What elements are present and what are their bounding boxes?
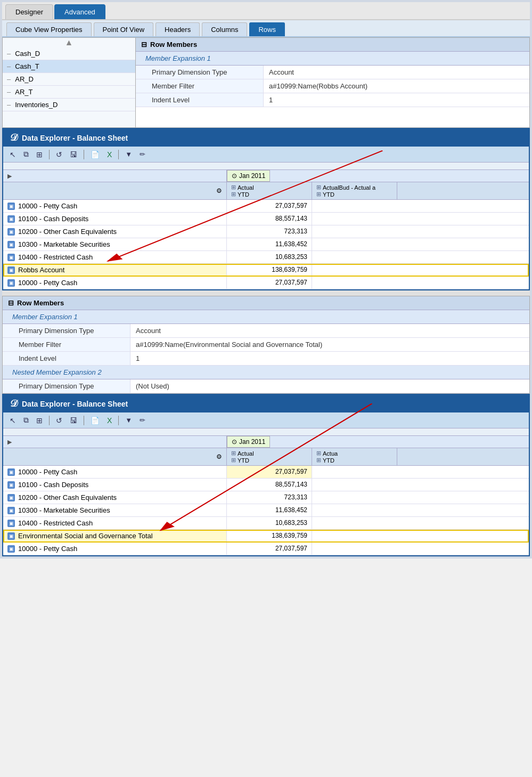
prop-row-indent-1: Indent Level 1: [136, 93, 529, 107]
toolbar-doc-2[interactable]: 📄: [88, 415, 102, 426]
explorer-1-toolbar: ↖ ⧉ ⊞ ↺ 🖫 📄 X ▼ ✏: [3, 147, 529, 163]
robbs-account-row[interactable]: ▣ Robbs Account 138,639,759: [3, 264, 529, 277]
top-tab-bar: Designer Advanced: [2, 2, 530, 20]
left-item-ar-d[interactable]: – AR_D: [3, 73, 135, 86]
tab-point-of-view[interactable]: Point Of View: [94, 22, 154, 36]
toolbar-sep-1b: [84, 150, 84, 159]
grid-month-row-1: ▶ ⊙ Jan 2011: [3, 170, 529, 182]
table-row[interactable]: ▣ 10200 - Other Cash Equivalents 723,313: [3, 225, 529, 238]
settings-icon-2: ⚙: [216, 453, 222, 460]
table-row[interactable]: ▣ 10300 - Marketable Securities 11,638,4…: [3, 238, 529, 251]
table-row[interactable]: ▣ 10200 - Other Cash Equivalents 723,313: [3, 491, 529, 504]
table-row[interactable]: ▣ 10100 - Cash Deposits 88,557,143: [3, 213, 529, 225]
row-icon: ▣: [7, 507, 15, 514]
cursor-icon-2: ▶: [7, 439, 12, 445]
clock-icon-1: ⊙: [232, 172, 237, 180]
tab-columns[interactable]: Columns: [202, 22, 247, 36]
prop-row-member-filter-1: Member Filter a#10999:Name(Robbs Account…: [136, 79, 529, 93]
toolbar-excel-2[interactable]: X: [105, 415, 114, 426]
explorer-1: 𝒟 Data Explorer - Balance Sheet ↖ ⧉ ⊞ ↺ …: [2, 128, 530, 290]
col-actual-2: ⊞ Actual ⊞ YTD: [227, 448, 312, 465]
cell-value: 138,639,759: [227, 530, 312, 542]
toolbar-sep-2c: [118, 416, 119, 425]
toolbar-grid-1[interactable]: ⊞: [34, 149, 45, 160]
toolbar-undo-2[interactable]: ↺: [54, 415, 64, 426]
left-item-inventories-d[interactable]: – Inventories_D: [3, 99, 135, 111]
left-item-ar-t[interactable]: – AR_T: [3, 86, 135, 99]
table-row[interactable]: ▣ 10300 - Marketable Securities 11,638,4…: [3, 504, 529, 517]
prop-row-member-filter-2: Member Filter a#10999:Name(Environmental…: [3, 338, 529, 352]
prop-row-primary-dim-1: Primary Dimension Type Account: [136, 66, 529, 79]
row-icon: ▣: [7, 532, 15, 540]
toolbar-pointer-1[interactable]: ↖: [7, 149, 18, 160]
col-actual-1: ⊞ Actual ⊞ YTD: [227, 182, 312, 199]
cell-value: 88,557,143: [227, 479, 312, 491]
toolbar-pointer-2[interactable]: ↖: [7, 415, 18, 426]
left-item-cash-d[interactable]: – Cash_D: [3, 47, 135, 60]
table-row[interactable]: ▣ 10000 - Petty Cash 27,037,597: [3, 200, 529, 213]
ytd-actual-1: ⊞ YTD: [231, 191, 249, 198]
tab-headers[interactable]: Headers: [155, 22, 200, 36]
explorer-2: 𝒟 Data Explorer - Balance Sheet ↖ ⧉ ⊞ ↺ …: [2, 394, 530, 556]
toolbar-undo-1[interactable]: ↺: [54, 149, 64, 160]
tab-designer[interactable]: Designer: [5, 4, 53, 19]
member-expansion-2-label: Member Expansion 1: [3, 310, 529, 324]
row-icon: ▣: [7, 228, 15, 236]
toolbar-pencil-2[interactable]: ✏: [137, 415, 148, 425]
row-members-header-2: ⊟ Row Members: [3, 296, 529, 310]
toolbar-sep-1c: [118, 150, 119, 159]
row-members-section-2: ⊟ Row Members Member Expansion 1 Primary…: [2, 296, 530, 394]
table-row[interactable]: ▣ 10100 - Cash Deposits 88,557,143: [3, 479, 529, 491]
toolbar-pencil-1[interactable]: ✏: [137, 149, 148, 159]
table-row[interactable]: ▣ 10000 - Petty Cash 27,037,597: [3, 543, 529, 555]
toolbar-copy-1[interactable]: ⧉: [21, 149, 31, 160]
arrow-overlay-1: 𝒟 Data Explorer - Balance Sheet ↖ ⧉ ⊞ ↺ …: [2, 128, 530, 290]
row-icon: ▣: [7, 481, 15, 489]
cell-value: 723,313: [227, 491, 312, 504]
cell-value: 27,037,597: [227, 543, 312, 555]
cell-value: 11,638,452: [227, 238, 312, 250]
esg-total-row[interactable]: ▣ Environmental Social and Governance To…: [3, 530, 529, 543]
month-header-1: ⊙ Jan 2011: [227, 170, 270, 182]
explorer-2-grid: ▶ ⊙ Jan 2011 ⚙: [3, 428, 529, 555]
tab-rows[interactable]: Rows: [249, 22, 285, 36]
toolbar-filter-1[interactable]: ▼: [123, 149, 134, 159]
table-row[interactable]: ▣ 10000 - Petty Cash 27,037,597: [3, 277, 529, 289]
toolbar-grid-2[interactable]: ⊞: [34, 415, 45, 426]
row-icon: ▣: [7, 215, 15, 223]
table-row[interactable]: ▣ 10400 - Restricted Cash 10,683,253: [3, 517, 529, 530]
table-row[interactable]: ▣ 10400 - Restricted Cash 10,683,253: [3, 251, 529, 264]
left-item-cash-t[interactable]: – Cash_T: [3, 60, 135, 73]
toolbar-copy-2[interactable]: ⧉: [21, 415, 31, 426]
toolbar-save-2[interactable]: 🖫: [68, 415, 79, 426]
toolbar-excel-1[interactable]: X: [105, 149, 114, 160]
ytd-actual-2: ⊞ YTD: [231, 457, 249, 464]
row-icon: ▣: [7, 520, 15, 527]
grid-subheader-1: ⚙ ⊞ Actual ⊞ YTD: [3, 182, 529, 200]
explorer-2-toolbar: ↖ ⧉ ⊞ ↺ 🖫 📄 X ▼ ✏: [3, 412, 529, 428]
ytd-actua-2: ⊞ YTD: [316, 457, 334, 464]
toolbar-save-1[interactable]: 🖫: [68, 149, 79, 160]
explorer-1-grid: ▶ ⊙ Jan 2011 ⚙: [3, 163, 529, 289]
grid-subheader-2: ⚙ ⊞ Actual ⊞ YTD: [3, 448, 529, 466]
toolbar-sep-1a: [49, 150, 50, 159]
cell-value: 10,683,253: [227, 251, 312, 263]
minus-icon-1: ⊟: [141, 41, 147, 48]
prop-row-primary-dim-2: Primary Dimension Type Account: [3, 324, 529, 338]
right-panel-1: ⊟ Row Members Member Expansion 1 Primary…: [136, 38, 529, 127]
member-expansion-1-label: Member Expansion 1: [136, 52, 529, 66]
col-actualbud-1: ⊞ ActualBud - Actual a ⊞ YTD: [312, 182, 397, 199]
prop-row-nested-primary: Primary Dimension Type (Not Used): [3, 379, 529, 393]
cell-value: 10,683,253: [227, 517, 312, 529]
tab-cube-view[interactable]: Cube View Properties: [6, 22, 92, 36]
tab-advanced[interactable]: Advanced: [54, 4, 105, 19]
row-icon: ▣: [7, 279, 15, 287]
toolbar-filter-2[interactable]: ▼: [123, 415, 134, 425]
table-row[interactable]: ▣ 10000 - Petty Cash 27,037,597: [3, 466, 529, 479]
ytd-actualbud-1: ⊞ YTD: [316, 191, 334, 198]
nav-tab-bar: Cube View Properties Point Of View Heade…: [2, 20, 530, 37]
cell-value: 27,037,597: [227, 277, 312, 289]
cell-value: 27,037,597: [227, 466, 312, 478]
toolbar-doc-1[interactable]: 📄: [88, 149, 102, 160]
row-icon: ▣: [7, 468, 15, 476]
